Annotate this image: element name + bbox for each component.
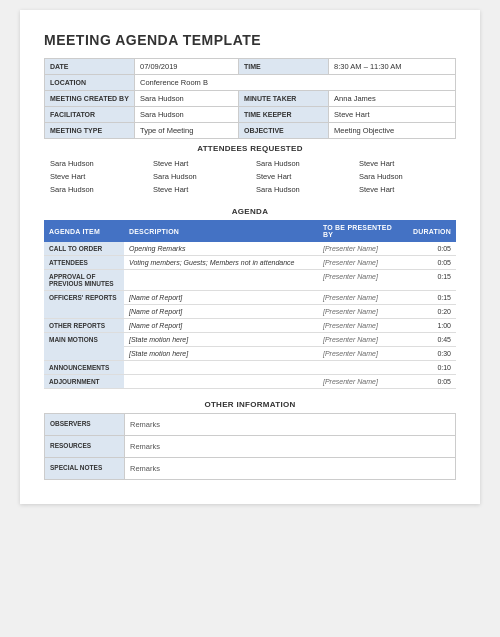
attendee-cell: Sara Hudson <box>353 170 456 183</box>
observers-value: Remarks <box>125 414 456 436</box>
agenda-presenter-cell: [Presenter Name] <box>318 270 408 291</box>
agenda-item-cell: OFFICERS' REPORTS <box>44 291 124 319</box>
location-value: Conference Room B <box>135 75 456 91</box>
facilitator-label: FACILITATOR <box>45 107 135 123</box>
table-row: MAIN MOTIONS[State motion here][Presente… <box>44 333 456 347</box>
resources-value: Remarks <box>125 436 456 458</box>
time-keeper-value: Steve Hart <box>329 107 456 123</box>
page-title: MEETING AGENDA TEMPLATE <box>44 32 456 48</box>
other-info-table: OBSERVERS Remarks RESOURCES Remarks SPEC… <box>44 413 456 480</box>
agenda-desc-cell: [Name of Report] <box>124 319 318 333</box>
agenda-item-cell: ADJOURNMENT <box>44 375 124 389</box>
table-row: OTHER REPORTS[Name of Report][Presenter … <box>44 319 456 333</box>
table-row: SPECIAL NOTES Remarks <box>45 458 456 480</box>
table-row: ADJOURNMENT[Presenter Name]0:05 <box>44 375 456 389</box>
col-presenter-header: TO BE PRESENTED BY <box>318 220 408 242</box>
attendee-cell: Sara Hudson <box>250 157 353 170</box>
table-row: RESOURCES Remarks <box>45 436 456 458</box>
col-desc-header: DESCRIPTION <box>124 220 318 242</box>
attendee-cell: Steve Hart <box>147 183 250 196</box>
minute-taker-label: MINUTE TAKER <box>239 91 329 107</box>
objective-value: Meeting Objective <box>329 123 456 139</box>
agenda-duration-cell: 0:30 <box>408 347 456 361</box>
table-row: CALL TO ORDEROpening Remarks[Presenter N… <box>44 242 456 256</box>
agenda-duration-cell: 0:05 <box>408 375 456 389</box>
attendees-header: ATTENDEES REQUESTED <box>44 139 456 157</box>
agenda-presenter-cell: [Presenter Name] <box>318 305 408 319</box>
special-notes-value: Remarks <box>125 458 456 480</box>
agenda-presenter-cell <box>318 361 408 375</box>
agenda-presenter-cell: [Presenter Name] <box>318 333 408 347</box>
agenda-duration-cell: 0:45 <box>408 333 456 347</box>
agenda-desc-cell: [Name of Report] <box>124 291 318 305</box>
objective-label: OBJECTIVE <box>239 123 329 139</box>
agenda-item-cell: ANNOUNCEMENTS <box>44 361 124 375</box>
agenda-table: AGENDA ITEM DESCRIPTION TO BE PRESENTED … <box>44 220 456 389</box>
page: MEETING AGENDA TEMPLATE DATE 07/09/2019 … <box>20 10 480 504</box>
attendees-table: Sara Hudson Steve Hart Sara Hudson Steve… <box>44 157 456 196</box>
agenda-item-cell: CALL TO ORDER <box>44 242 124 256</box>
resources-label: RESOURCES <box>45 436 125 458</box>
date-value: 07/09/2019 <box>135 59 239 75</box>
agenda-item-cell: APPROVAL OF PREVIOUS MINUTES <box>44 270 124 291</box>
table-row: ATTENDEESVoting members; Guests; Members… <box>44 256 456 270</box>
agenda-section: AGENDA AGENDA ITEM DESCRIPTION TO BE PRE… <box>44 202 456 389</box>
agenda-desc-cell: [Name of Report] <box>124 305 318 319</box>
attendee-cell: Sara Hudson <box>147 170 250 183</box>
agenda-duration-cell: 1:00 <box>408 319 456 333</box>
attendees-section: ATTENDEES REQUESTED Sara Hudson Steve Ha… <box>44 139 456 196</box>
agenda-desc-cell: [State motion here] <box>124 333 318 347</box>
other-info-header: OTHER INFORMATION <box>44 395 456 413</box>
agenda-desc-cell: [State motion here] <box>124 347 318 361</box>
meeting-type-label: MEETING TYPE <box>45 123 135 139</box>
agenda-duration-cell: 0:05 <box>408 242 456 256</box>
special-notes-label: SPECIAL NOTES <box>45 458 125 480</box>
observers-label: OBSERVERS <box>45 414 125 436</box>
other-info-section: OTHER INFORMATION OBSERVERS Remarks RESO… <box>44 395 456 480</box>
agenda-duration-cell: 0:20 <box>408 305 456 319</box>
col-item-header: AGENDA ITEM <box>44 220 124 242</box>
time-value: 8:30 AM – 11:30 AM <box>329 59 456 75</box>
attendee-cell: Steve Hart <box>147 157 250 170</box>
facilitator-value: Sara Hudson <box>135 107 239 123</box>
agenda-desc-cell: Voting members; Guests; Members not in a… <box>124 256 318 270</box>
agenda-duration-cell: 0:05 <box>408 256 456 270</box>
attendee-cell: Sara Hudson <box>44 183 147 196</box>
attendee-cell: Steve Hart <box>44 170 147 183</box>
attendee-cell: Steve Hart <box>250 170 353 183</box>
agenda-desc-cell <box>124 270 318 291</box>
agenda-presenter-cell: [Presenter Name] <box>318 375 408 389</box>
attendee-cell: Sara Hudson <box>44 157 147 170</box>
col-duration-header: DURATION <box>408 220 456 242</box>
date-label: DATE <box>45 59 135 75</box>
agenda-item-cell: MAIN MOTIONS <box>44 333 124 361</box>
agenda-item-cell: OTHER REPORTS <box>44 319 124 333</box>
attendee-cell: Steve Hart <box>353 157 456 170</box>
attendee-cell: Steve Hart <box>353 183 456 196</box>
agenda-desc-cell: Opening Remarks <box>124 242 318 256</box>
attendee-cell: Sara Hudson <box>250 183 353 196</box>
agenda-item-cell: ATTENDEES <box>44 256 124 270</box>
table-row: OBSERVERS Remarks <box>45 414 456 436</box>
agenda-header: AGENDA <box>44 202 456 220</box>
info-table: DATE 07/09/2019 TIME 8:30 AM – 11:30 AM … <box>44 58 456 139</box>
agenda-duration-cell: 0:15 <box>408 270 456 291</box>
agenda-desc-cell <box>124 361 318 375</box>
agenda-presenter-cell: [Presenter Name] <box>318 291 408 305</box>
list-item: Sara Hudson Steve Hart Sara Hudson Steve… <box>44 183 456 196</box>
agenda-presenter-cell: [Presenter Name] <box>318 319 408 333</box>
table-row: ANNOUNCEMENTS0:10 <box>44 361 456 375</box>
agenda-header-row: AGENDA ITEM DESCRIPTION TO BE PRESENTED … <box>44 220 456 242</box>
list-item: Sara Hudson Steve Hart Sara Hudson Steve… <box>44 157 456 170</box>
agenda-presenter-cell: [Presenter Name] <box>318 242 408 256</box>
agenda-desc-cell <box>124 375 318 389</box>
created-value: Sara Hudson <box>135 91 239 107</box>
agenda-presenter-cell: [Presenter Name] <box>318 347 408 361</box>
agenda-duration-cell: 0:10 <box>408 361 456 375</box>
agenda-presenter-cell: [Presenter Name] <box>318 256 408 270</box>
list-item: Steve Hart Sara Hudson Steve Hart Sara H… <box>44 170 456 183</box>
table-row: APPROVAL OF PREVIOUS MINUTES[Presenter N… <box>44 270 456 291</box>
minute-taker-value: Anna James <box>329 91 456 107</box>
agenda-duration-cell: 0:15 <box>408 291 456 305</box>
time-keeper-label: TIME KEEPER <box>239 107 329 123</box>
